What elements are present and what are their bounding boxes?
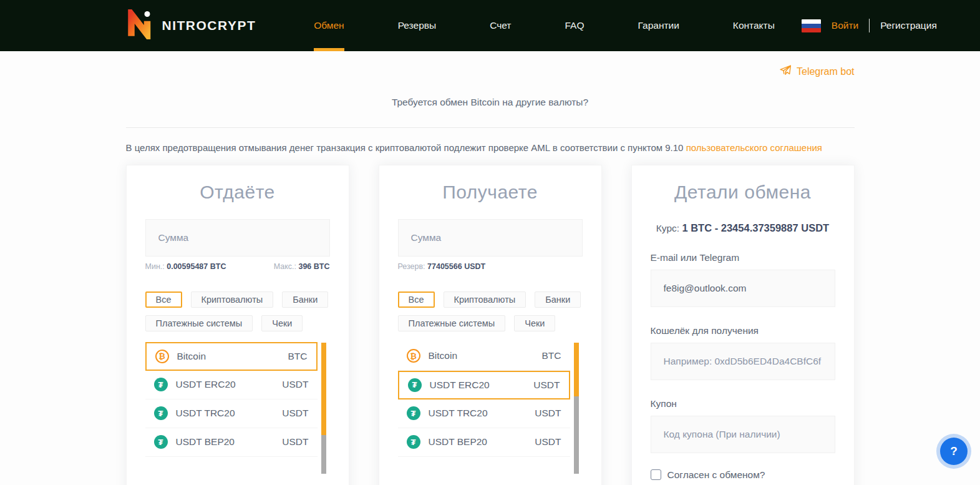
agree-checkbox[interactable] xyxy=(651,469,661,480)
details-panel-title: Детали обмена xyxy=(651,182,835,203)
tether-icon: ₮ xyxy=(154,378,168,391)
give-filter-crypto[interactable]: Криптовалюты xyxy=(191,291,274,308)
reserve-value: 77405566 USDT xyxy=(427,262,485,271)
brand-logo[interactable]: NITROCRYPT xyxy=(125,0,256,51)
max-label: Макс.: xyxy=(274,262,296,271)
receive-filters: Все Криптовалюты Банки Платежные системы… xyxy=(398,291,583,331)
wallet-field[interactable] xyxy=(651,343,835,380)
nav-item-guarantees[interactable]: Гарантии xyxy=(611,0,706,51)
coin-code: BTC xyxy=(288,351,308,362)
exchange-details-panel: Детали обмена Курс: 1 BTC - 23454.373598… xyxy=(631,165,855,485)
coin-code: USDT xyxy=(535,436,561,448)
give-filter-checks[interactable]: Чеки xyxy=(261,315,303,331)
give-filter-payment-systems[interactable]: Платежные системы xyxy=(145,315,253,331)
heading-divider xyxy=(126,127,855,128)
help-button[interactable]: ? xyxy=(936,434,971,469)
nitrocrypt-logo-icon xyxy=(125,9,155,42)
email-field[interactable] xyxy=(651,270,835,307)
bitcoin-icon: ₿ xyxy=(407,349,420,363)
max-value: 396 BTC xyxy=(298,262,329,271)
rate-label: Курс: xyxy=(656,223,679,233)
coin-code: USDT xyxy=(282,436,308,448)
nav-item-reserves[interactable]: Резервы xyxy=(371,0,463,51)
receive-filter-banks[interactable]: Банки xyxy=(535,291,581,308)
min-label: Мин.: xyxy=(145,262,165,271)
min-limit: Мин.: 0.00595487 BTC xyxy=(145,262,226,271)
coin-name: USDT BEP20 xyxy=(176,436,235,448)
receive-panel-title: Получаете xyxy=(398,182,583,203)
give-currency-list: ₿ Bitcoin BTC ₮ USDT ERC20 USDT ₮ USDT T… xyxy=(145,342,330,457)
nav-divider xyxy=(869,19,870,32)
receive-currency-bitcoin[interactable]: ₿ Bitcoin BTC xyxy=(398,342,570,371)
receive-filter-checks[interactable]: Чеки xyxy=(514,315,555,331)
max-limit: Макс.: 396 BTC xyxy=(274,262,330,271)
nav-item-faq[interactable]: FAQ xyxy=(538,0,611,51)
coin-name: USDT ERC20 xyxy=(176,379,236,390)
receive-filter-payment-systems[interactable]: Платежные системы xyxy=(398,315,506,331)
agree-label: Согласен с обменом? xyxy=(667,469,765,481)
aml-notice: В целях предотвращения отмывания денег т… xyxy=(126,141,855,155)
page-heading: Требуется обмен Bitcoin на другие валюты… xyxy=(126,97,855,108)
tether-icon: ₮ xyxy=(407,406,420,420)
top-navbar: NITROCRYPT Обмен Резервы Счет FAQ Гарант… xyxy=(0,0,980,51)
aml-notice-text: В целях предотвращения отмывания денег т… xyxy=(126,142,684,153)
tether-icon: ₮ xyxy=(154,435,168,449)
coin-code: USDT xyxy=(282,408,308,419)
receive-currency-usdt-trc20[interactable]: ₮ USDT TRC20 USDT xyxy=(398,399,570,428)
tether-icon: ₮ xyxy=(408,378,422,392)
give-panel-title: Отдаёте xyxy=(145,182,330,203)
question-mark-icon: ? xyxy=(940,438,968,465)
wallet-label: Кошелёк для получения xyxy=(651,325,835,336)
receive-currency-usdt-erc20[interactable]: ₮ USDT ERC20 USDT xyxy=(398,371,570,399)
coupon-field[interactable] xyxy=(651,416,835,453)
give-filters: Все Криптовалюты Банки Платежные системы… xyxy=(145,291,330,331)
receive-currency-list: ₿ Bitcoin BTC ₮ USDT ERC20 USDT ₮ USDT T… xyxy=(398,342,583,457)
tether-icon: ₮ xyxy=(407,435,420,449)
coin-code: USDT xyxy=(533,380,560,391)
receive-list-scrollbar[interactable] xyxy=(574,343,579,474)
reserve-label: Резерв: xyxy=(398,262,425,271)
give-currency-usdt-trc20[interactable]: ₮ USDT TRC20 USDT xyxy=(145,399,318,428)
exchange-rate: Курс: 1 BTC - 23454.37359887 USDT xyxy=(651,222,835,234)
give-currency-bitcoin[interactable]: ₿ Bitcoin BTC xyxy=(145,342,318,371)
coin-name: USDT ERC20 xyxy=(430,380,490,391)
register-link[interactable]: Регистрация xyxy=(880,20,937,31)
nav-item-account[interactable]: Счет xyxy=(463,0,538,51)
nav-menu: Обмен Резервы Счет FAQ Гарантии Контакты xyxy=(287,0,802,51)
give-filter-all[interactable]: Все xyxy=(145,291,182,308)
nav-item-exchange[interactable]: Обмен xyxy=(287,0,371,51)
receive-filter-all[interactable]: Все xyxy=(398,291,435,308)
coin-code: BTC xyxy=(542,350,561,361)
coin-code: USDT xyxy=(535,408,561,419)
receive-filter-crypto[interactable]: Криптовалюты xyxy=(444,291,526,308)
give-currency-usdt-erc20[interactable]: ₮ USDT ERC20 USDT xyxy=(145,371,318,399)
give-list-scrollbar[interactable] xyxy=(321,343,326,474)
brand-name: NITROCRYPT xyxy=(162,18,256,33)
coin-name: Bitcoin xyxy=(177,351,206,362)
email-label: E-mail или Telegram xyxy=(651,252,835,263)
receive-amount-input[interactable] xyxy=(398,219,583,257)
login-link[interactable]: Войти xyxy=(832,20,858,31)
coin-name: Bitcoin xyxy=(429,350,458,361)
give-amount-input[interactable] xyxy=(145,219,330,257)
coin-name: USDT TRC20 xyxy=(429,408,488,419)
give-currency-usdt-bep20[interactable]: ₮ USDT BEP20 USDT xyxy=(145,428,318,457)
rate-value: 1 BTC - 23454.37359887 USDT xyxy=(682,222,829,233)
min-value: 0.00595487 BTC xyxy=(167,262,226,271)
telegram-link-label: Telegram bot xyxy=(797,66,855,77)
receive-panel: Получаете Резерв: 77405566 USDT Все Крип… xyxy=(379,165,602,485)
bitcoin-icon: ₿ xyxy=(155,350,169,363)
tether-icon: ₮ xyxy=(154,406,168,420)
user-agreement-link[interactable]: пользовательского соглашения xyxy=(686,142,822,153)
nav-item-contacts[interactable]: Контакты xyxy=(706,0,802,51)
coin-name: USDT TRC20 xyxy=(176,408,235,419)
telegram-icon xyxy=(779,64,792,79)
coin-code: USDT xyxy=(282,379,308,390)
coin-name: USDT BEP20 xyxy=(429,436,487,448)
coupon-label: Купон xyxy=(651,398,835,409)
give-filter-banks[interactable]: Банки xyxy=(282,291,328,308)
receive-currency-usdt-bep20[interactable]: ₮ USDT BEP20 USDT xyxy=(398,428,570,457)
russian-flag-icon[interactable] xyxy=(802,19,821,32)
give-panel: Отдаёте Мин.: 0.00595487 BTC Макс.: 396 … xyxy=(126,165,349,485)
telegram-bot-link[interactable]: Telegram bot xyxy=(779,64,855,79)
